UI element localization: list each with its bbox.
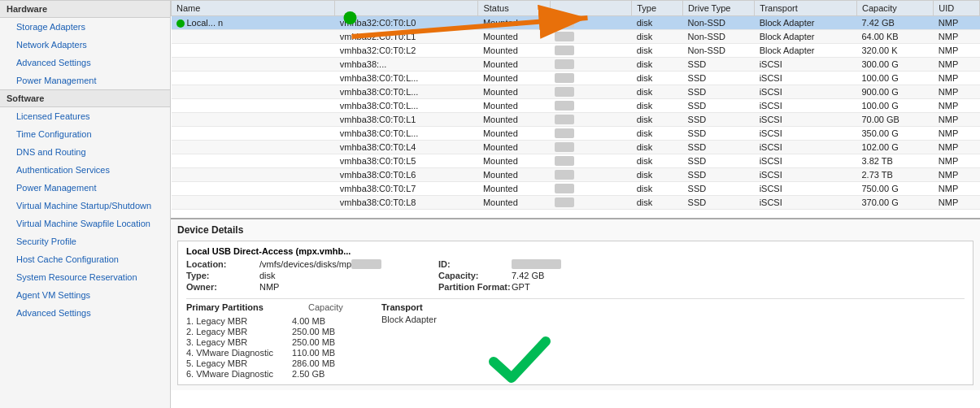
col-header-identifier[interactable] [335,1,478,16]
sidebar-item-agent-vm[interactable]: Agent VM Settings [0,286,170,304]
cell-drive: SSD [683,182,755,196]
cell-uid: NMP [934,154,980,168]
cell-type: disk [632,44,683,58]
cell-drive: SSD [683,154,755,168]
cell-identifier: vmhba38:C0:T0:L... [335,85,478,99]
table-row[interactable]: vmhba38:C0:T0:L6 Mounted disk SSD iSCSI … [172,168,980,182]
capacity-col-header: Capacity [308,302,343,315]
cell-identifier: vmhba38:C0:T0:L5 [335,154,478,168]
sidebar-item-network-adapters[interactable]: Network Adapters [0,36,170,54]
id-label: ID: [438,259,512,269]
partitions-left: Primary Partitions Capacity 1. Legacy MB… [186,302,365,380]
cell-identifier: vmhba32:C0:T0:L2 [335,44,478,58]
cell-drive: SSD [683,85,755,99]
cell-blank [550,154,632,168]
cell-transport: iSCSI [755,196,857,210]
cell-name [172,72,335,85]
col-header-uid[interactable]: UID [934,1,980,16]
table-row[interactable]: vmhba32:C0:T0:L1 Mounted disk Non-SSD Bl… [172,30,980,44]
table-row[interactable]: vmhba38:C0:T0:L5 Mounted disk SSD iSCSI … [172,154,980,168]
sidebar-item-advanced-settings-hw[interactable]: Advanced Settings [0,54,170,72]
cell-transport: iSCSI [755,85,857,99]
cell-drive: Non-SSD [683,30,755,44]
sidebar-item-power-mgmt[interactable]: Power Management [0,179,170,197]
device-name: Local USB Direct-Access (mpx.vmhb... [186,246,965,256]
table-row[interactable]: vmhba38:C0:T0:L... Mounted disk SSD iSCS… [172,72,980,85]
cell-drive: Non-SSD [683,16,755,30]
col-header-name[interactable]: Name [172,1,335,16]
transport-section: Transport Block Adapter [381,302,437,380]
cell-blank [550,58,632,72]
cell-identifier: vmhba38:C0:T0:L6 [335,168,478,182]
device-details-main: Location: /vmfs/devices/disks/mp Type: d… [186,259,965,293]
transport-header: Transport [381,302,437,312]
capacity-value: 7.42 GB [512,271,544,280]
cell-type: disk [632,85,683,99]
cell-identifier: vmhba38:C0:T0:L4 [335,141,478,154]
table-row[interactable]: vmhba38:C0:T0:L4 Mounted disk SSD iSCSI … [172,141,980,154]
sidebar-item-adv-settings[interactable]: Advanced Settings [0,304,170,322]
cell-type: disk [632,113,683,127]
sidebar-item-auth-services[interactable]: Authentication Services [0,161,170,179]
partition-row-2: 2. Legacy MBR 250.00 MB [186,327,365,336]
cell-status: Mounted [478,154,550,168]
cell-drive: SSD [683,168,755,182]
partition-cap-3: 250.00 MB [292,337,349,347]
table-row[interactable]: vmhba38:C0:T0:L8 Mounted disk SSD iSCSI … [172,196,980,210]
sidebar-item-host-cache[interactable]: Host Cache Configuration [0,250,170,268]
sidebar-item-vm-swapfile[interactable]: Virtual Machine Swapfile Location [0,215,170,232]
table-row[interactable]: vmhba38:C0:T0:L7 Mounted disk SSD iSCSI … [172,182,980,196]
cell-type: disk [632,30,683,44]
type-label: Type: [186,271,259,280]
storage-table: Name Status Type Drive Type Transport Ca… [171,0,980,210]
sidebar-item-licensed-features[interactable]: Licensed Features [0,107,170,125]
owner-row: Owner: NMP [186,282,438,292]
cell-drive: SSD [683,113,755,127]
type-value: disk [259,271,276,280]
cell-capacity: 70.00 GB [856,113,933,127]
cell-status: Mounted [478,85,550,99]
col-header-status[interactable]: Status [478,1,550,16]
cell-capacity: 900.00 G [856,85,933,99]
col-header-drive-type[interactable]: Drive Type [683,1,755,16]
cell-identifier: vmhba38:C0:T0:L1 [335,113,478,127]
sidebar-item-storage-adapters[interactable]: Storage Adapters [0,18,170,36]
cell-capacity: 370.00 G [856,196,933,210]
cell-uid: NMP [934,182,980,196]
cell-name [172,154,335,168]
id-row: ID: [438,259,965,269]
cell-identifier: vmhba38:C0:T0:L8 [335,196,478,210]
capacity-label: Capacity: [438,271,512,280]
device-details-panel: Device Details Local USB Direct-Access (… [171,218,980,390]
cell-status: Mounted [478,182,550,196]
cell-identifier: vmhba32:C0:T0:L1 [335,30,478,44]
col-header-capacity[interactable]: Capacity [856,1,933,16]
cell-type: disk [632,99,683,113]
sidebar-item-power-management-hw[interactable]: Power Management [0,72,170,89]
sidebar-item-time-config[interactable]: Time Configuration [0,125,170,143]
cell-type: disk [632,58,683,72]
col-header-transport[interactable]: Transport [755,1,857,16]
col-header-type[interactable]: Type [632,1,683,16]
cell-blank [550,30,632,44]
partition-num-3: 3. Legacy MBR [186,337,292,347]
partition-num-6: 6. VMware Diagnostic [186,369,292,379]
sidebar-item-vm-startup[interactable]: Virtual Machine Startup/Shutdown [0,197,170,215]
table-row[interactable]: vmhba38:C0:T0:L... Mounted disk SSD iSCS… [172,85,980,99]
checkmark-overlay [487,333,552,388]
table-row[interactable]: Local... n vmhba32:C0:T0:L0 Mounted disk… [172,16,980,30]
cell-uid: NMP [934,72,980,85]
table-row[interactable]: vmhba32:C0:T0:L2 Mounted disk Non-SSD Bl… [172,44,980,58]
sidebar-item-sys-resource[interactable]: System Resource Reservation [0,268,170,286]
sidebar-item-dns-routing[interactable]: DNS and Routing [0,143,170,161]
cell-status: Mounted [478,141,550,154]
table-row[interactable]: vmhba38:... Mounted disk SSD iSCSI 300.0… [172,58,980,72]
table-row[interactable]: vmhba38:C0:T0:L... Mounted disk SSD iSCS… [172,127,980,141]
table-row[interactable]: vmhba38:C0:T0:L... Mounted disk SSD iSCS… [172,99,980,113]
partition-num-2: 2. Legacy MBR [186,327,292,336]
sidebar-item-security-profile[interactable]: Security Profile [0,232,170,250]
cell-capacity: 320.00 K [856,44,933,58]
table-row[interactable]: vmhba38:C0:T0:L1 Mounted disk SSD iSCSI … [172,113,980,127]
partition-cap-6: 2.50 GB [292,369,349,379]
cell-name [172,30,335,44]
